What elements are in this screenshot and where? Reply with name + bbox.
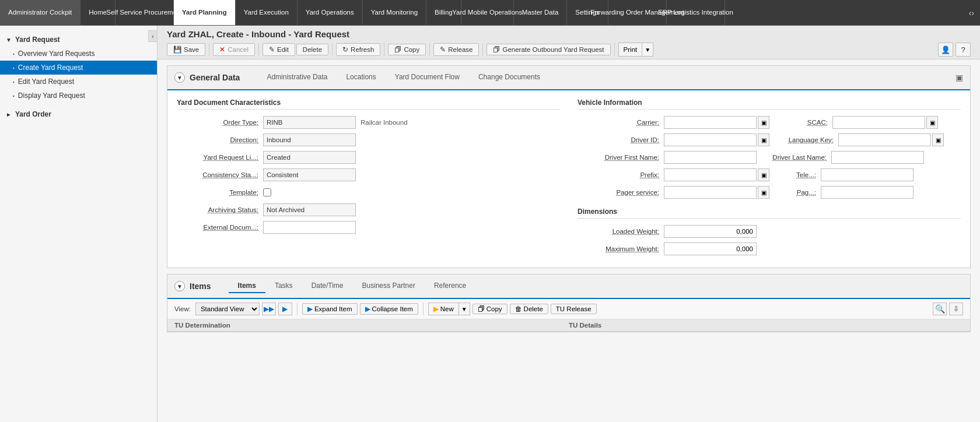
driver-id-copy-btn[interactable]: ▣ xyxy=(758,133,769,146)
general-data-collapse-btn[interactable]: ▼ xyxy=(174,72,185,83)
delete-button[interactable]: Delete xyxy=(296,44,328,55)
cancel-button[interactable]: ✕ Cancel xyxy=(213,43,255,56)
copy-label: Copy xyxy=(404,46,419,53)
items-nav-prev-btn[interactable]: ▶▶ xyxy=(262,303,276,315)
general-data-tabs: General Data Administrative Data Locatio… xyxy=(190,71,956,85)
items-copy-button[interactable]: 🗍 Copy xyxy=(473,304,508,314)
toolbar-sep-3 xyxy=(332,43,332,56)
pager-service-copy-btn[interactable]: ▣ xyxy=(758,186,769,199)
loaded-weight-input[interactable] xyxy=(664,225,757,238)
items-tab-tasks[interactable]: Tasks xyxy=(265,279,302,293)
expand-item-label: Expand Item xyxy=(314,305,352,312)
carrier-input[interactable] xyxy=(664,116,757,129)
order-type-input[interactable] xyxy=(263,116,356,129)
items-tab-active[interactable]: Items xyxy=(229,279,265,293)
scac-input[interactable] xyxy=(832,116,925,129)
vehicle-info-title: Vehicle Information xyxy=(578,99,961,110)
tab-administrative-data[interactable]: Administrative Data xyxy=(257,71,337,85)
new-button[interactable]: ▶ New xyxy=(428,303,459,315)
archiving-status-input[interactable] xyxy=(263,203,356,216)
tele-input[interactable] xyxy=(821,168,914,181)
sidebar-item-create-yard-request[interactable]: • Create Yard Request xyxy=(0,61,157,75)
tu-release-button[interactable]: TU Release xyxy=(551,304,597,314)
language-key-copy-btn[interactable]: ▣ xyxy=(932,133,944,146)
prefix-copy-btn[interactable]: ▣ xyxy=(758,168,769,181)
content-scroll[interactable]: ▼ General Data Administrative Data Locat… xyxy=(158,59,980,422)
generate-outbound-label: Generate Outbound Yard Request xyxy=(502,46,604,53)
items-export-btn[interactable]: ⇩ xyxy=(949,303,963,315)
language-key-input[interactable] xyxy=(838,133,931,146)
sidebar-section-header-yard-request[interactable]: ▼ Yard Request xyxy=(0,33,157,47)
nav-administrator-cockpit[interactable]: Administrator Cockpit xyxy=(0,0,80,25)
print-btn-group: Print ▼ xyxy=(618,43,654,57)
refresh-button[interactable]: ↻ Refresh xyxy=(336,43,380,56)
carrier-copy-btn[interactable]: ▣ xyxy=(758,116,769,129)
view-select[interactable]: Standard View xyxy=(195,303,260,315)
sidebar-item-overview-yard-requests[interactable]: • Overview Yard Requests xyxy=(0,47,157,61)
maximum-weight-input[interactable] xyxy=(664,242,757,255)
scac-copy-btn[interactable]: ▣ xyxy=(926,116,938,129)
toolbar-sep-7 xyxy=(614,43,615,56)
driver-id-input[interactable] xyxy=(664,133,757,146)
pag-input[interactable] xyxy=(821,186,914,199)
nav-self-service-procurement[interactable]: Self Service Procurement xyxy=(116,0,174,25)
template-checkbox[interactable] xyxy=(263,188,271,196)
tab-locations[interactable]: Locations xyxy=(337,71,385,85)
nav-yard-execution[interactable]: Yard Execution xyxy=(236,0,298,25)
tu-release-label: TU Release xyxy=(556,305,592,312)
consistency-sta-input[interactable] xyxy=(263,168,356,181)
yard-request-li-input[interactable] xyxy=(263,151,356,164)
nav-yard-planning[interactable]: Yard Planning xyxy=(174,0,236,25)
driver-id-label: Driver ID: xyxy=(578,136,659,143)
general-data-expand-icon[interactable]: ▣ xyxy=(956,73,963,82)
save-button[interactable]: 💾 Save xyxy=(167,43,205,56)
generate-outbound-button[interactable]: 🗍 Generate Outbound Yard Request xyxy=(487,44,610,55)
new-icon: ▶ xyxy=(433,305,439,313)
print-button[interactable]: Print xyxy=(618,43,642,57)
items-tab-business-partner[interactable]: Business Partner xyxy=(353,279,425,293)
dot-icon: • xyxy=(13,51,15,57)
maximum-weight-label: Maximum Weight: xyxy=(578,245,659,252)
nav-yard-monitoring[interactable]: Yard Monitoring xyxy=(363,0,426,25)
edit-button[interactable]: ✎ Edit xyxy=(262,43,295,56)
driver-first-name-label: Driver First Name: xyxy=(578,154,659,161)
nav-yard-operations[interactable]: Yard Operations xyxy=(298,0,363,25)
nav-scroll-arrows[interactable]: ‹› xyxy=(963,0,980,25)
nav-master-data[interactable]: Master Data xyxy=(514,0,568,25)
sidebar-item-display-yard-request[interactable]: • Display Yard Request xyxy=(0,89,157,103)
field-archiving-status: Archiving Status: xyxy=(177,203,560,217)
toolbar-sep-1 xyxy=(209,43,209,56)
external-docum-input[interactable] xyxy=(263,221,356,234)
nav-yard-mobile-operations[interactable]: Yard Mobile Operations xyxy=(461,0,514,25)
driver-last-name-input[interactable] xyxy=(831,151,924,164)
release-button[interactable]: ✎ Release xyxy=(433,43,479,56)
sidebar-collapse-btn[interactable]: ‹ xyxy=(148,30,158,42)
direction-input[interactable] xyxy=(263,133,356,146)
pager-service-input[interactable] xyxy=(664,186,757,199)
dot-icon-edit: • xyxy=(13,79,15,85)
pager-service-input-group: ▣ xyxy=(664,186,769,199)
prefix-input[interactable] xyxy=(664,168,757,181)
items-delete-button[interactable]: 🗑 Delete xyxy=(510,304,548,314)
items-tab-reference[interactable]: Reference xyxy=(425,279,475,293)
items-nav-next-btn[interactable]: ▶ xyxy=(278,303,292,315)
main-layout: ‹ ▼ Yard Request • Overview Yard Request… xyxy=(0,26,980,422)
cancel-label: Cancel xyxy=(228,46,249,53)
copy-button[interactable]: 🗍 Copy xyxy=(388,44,426,55)
driver-first-name-input[interactable] xyxy=(664,151,757,164)
tab-change-documents[interactable]: Change Documents xyxy=(469,71,550,85)
items-collapse-btn[interactable]: ▼ xyxy=(174,281,185,291)
expand-item-button[interactable]: ▶ Expand Item xyxy=(302,303,358,315)
nav-erp-logistics-integration[interactable]: ERP Logistics Integration xyxy=(667,0,725,25)
collapse-item-button[interactable]: ▶ Collapse Item xyxy=(360,303,418,315)
tab-yard-document-flow[interactable]: Yard Document Flow xyxy=(386,71,469,85)
order-type-extra: Railcar Inbound xyxy=(360,119,408,126)
print-dropdown-button[interactable]: ▼ xyxy=(642,43,653,57)
items-tab-datetime[interactable]: Date/Time xyxy=(302,279,353,293)
help-button[interactable]: ? xyxy=(956,43,971,57)
user-settings-button[interactable]: 👤 xyxy=(938,43,953,57)
sidebar-item-edit-yard-request[interactable]: • Edit Yard Request xyxy=(0,75,157,89)
items-search-btn[interactable]: 🔍 xyxy=(933,303,947,315)
sidebar-section-header-yard-order[interactable]: ► Yard Order xyxy=(0,107,157,121)
new-dropdown-button[interactable]: ▼ xyxy=(459,303,470,315)
